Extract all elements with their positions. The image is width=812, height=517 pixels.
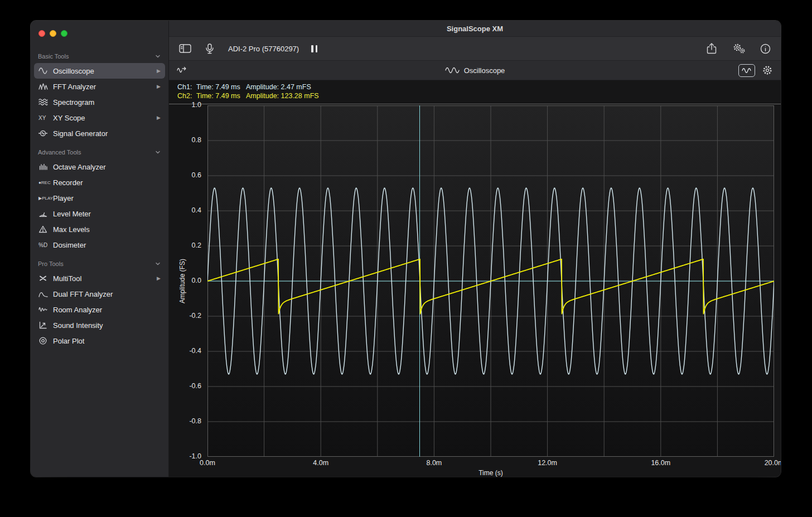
main-area: SignalScope XM ADI-2 Pro (57760297) xyxy=(169,21,781,477)
fft-icon xyxy=(38,82,53,91)
chevron-down-icon[interactable] xyxy=(154,260,162,268)
level-meter-icon xyxy=(38,209,53,218)
plot-wrap: Amplitude (FS) 1.00.80.60.40.20.0-0.2-0.… xyxy=(169,102,781,477)
chart-pane: Ch1: Time: 7.49 ms Amplitude: 2.47 mFS C… xyxy=(169,80,781,477)
section-label: Advanced Tools xyxy=(38,149,81,156)
y-tick-label: -0.4 xyxy=(169,347,201,355)
ch1-label: Ch1: xyxy=(177,83,196,91)
sidebar-item-label: Signal Generator xyxy=(53,129,161,138)
section-label: Basic Tools xyxy=(38,53,69,60)
sidebar-item-level-meter[interactable]: Level Meter xyxy=(34,206,165,221)
sidebar-item-sound-intensity[interactable]: Sound Intensity xyxy=(34,317,165,333)
sidebar-item-label: Oscilloscope xyxy=(53,67,153,75)
play-icon: ▶PLAY xyxy=(38,196,53,201)
x-tick-label: 16.0m xyxy=(651,459,670,467)
y-tick-label: 0.2 xyxy=(169,241,201,249)
dosimeter-icon: %D xyxy=(38,242,53,248)
y-tick-label: -0.6 xyxy=(169,382,201,390)
settings-gears-icon[interactable] xyxy=(732,43,746,54)
sidebar-item-label: FFT Analyzer xyxy=(53,83,153,91)
gear-icon[interactable] xyxy=(762,65,773,76)
y-tick-label: -0.8 xyxy=(169,417,201,425)
titlebar[interactable]: SignalScope XM xyxy=(169,21,781,37)
oscilloscope-plot[interactable] xyxy=(207,105,774,457)
sidebar-item-fft-analyzer[interactable]: FFT Analyzer▶ xyxy=(34,79,165,94)
y-tick-label: 0.0 xyxy=(169,277,201,284)
ch2-amplitude: Amplitude: 123.28 mFS xyxy=(246,91,319,100)
y-tick-label: 0.6 xyxy=(169,171,201,179)
sidebar-item-max-levels[interactable]: Max Levels xyxy=(34,221,165,237)
sidebar-item-spectrogram[interactable]: Spectrogram xyxy=(34,94,165,110)
disclosure-arrow-icon[interactable]: ▶ xyxy=(157,276,161,281)
scope-header-bar: Oscilloscope xyxy=(169,61,781,80)
warning-triangle-icon xyxy=(38,225,53,234)
waveform-display-button[interactable] xyxy=(738,64,755,77)
sidebar-item-label: Octave Analyzer xyxy=(53,163,161,171)
sidebar-item-octave-analyzer[interactable]: Octave Analyzer xyxy=(34,159,165,175)
app-window: Basic ToolsOscilloscope▶FFT Analyzer▶Spe… xyxy=(31,21,781,477)
ch1-readout: Ch1: Time: 7.49 ms Amplitude: 2.47 mFS xyxy=(177,83,781,91)
toolbar: ADI-2 Pro (57760297) xyxy=(169,37,781,61)
sine-icon xyxy=(38,66,53,75)
x-axis-ticks: 0.0m4.0m8.0m12.0m16.0m20.0m xyxy=(207,459,774,468)
sidebar-toggle-icon[interactable] xyxy=(179,44,191,54)
x-tick-label: 12.0m xyxy=(538,459,557,467)
room-analyzer-icon xyxy=(38,305,53,314)
sine-icon xyxy=(742,67,752,74)
spectrogram-icon xyxy=(38,98,53,107)
signal-generator-icon xyxy=(38,129,53,138)
zoom-window-button[interactable] xyxy=(61,30,67,37)
scope-title-group: Oscilloscope xyxy=(169,61,781,80)
sidebar-section-header-basic-tools[interactable]: Basic Tools xyxy=(31,50,168,63)
dual-fft-icon xyxy=(38,289,53,298)
sidebar-item-label: XY Scope xyxy=(53,114,153,122)
disclosure-arrow-icon[interactable]: ▶ xyxy=(157,68,161,74)
sidebar-item-label: Level Meter xyxy=(53,210,161,218)
x-tick-label: 4.0m xyxy=(313,459,328,467)
sidebar-item-oscilloscope[interactable]: Oscilloscope▶ xyxy=(34,63,165,79)
chevron-down-icon[interactable] xyxy=(154,148,162,156)
disclosure-arrow-icon[interactable]: ▶ xyxy=(157,84,161,89)
sidebar-item-xy-scope[interactable]: XYXY Scope▶ xyxy=(34,110,165,125)
device-selector[interactable]: ADI-2 Pro (57760297) xyxy=(228,45,299,53)
sine-icon xyxy=(445,66,460,74)
sidebar-sections: Basic ToolsOscilloscope▶FFT Analyzer▶Spe… xyxy=(31,42,168,349)
sidebar-item-label: Spectrogram xyxy=(53,98,161,107)
x-tick-label: 20.0m xyxy=(765,459,781,467)
section-label: Pro Tools xyxy=(38,260,64,267)
x-tick-label: 0.0m xyxy=(200,459,215,467)
share-icon[interactable] xyxy=(705,43,718,54)
x-tick-label: 8.0m xyxy=(426,459,442,467)
xy-icon: XY xyxy=(38,115,53,121)
multitool-icon xyxy=(38,274,53,283)
sidebar-section-header-pro-tools[interactable]: Pro Tools xyxy=(31,257,168,270)
sidebar-item-room-analyzer[interactable]: Room Analyzer xyxy=(34,302,165,317)
sidebar: Basic ToolsOscilloscope▶FFT Analyzer▶Spe… xyxy=(31,21,169,477)
close-window-button[interactable] xyxy=(38,30,45,37)
sidebar-item-label: Dual FFT Analyzer xyxy=(53,290,161,298)
ch2-time: Time: 7.49 ms xyxy=(196,91,246,100)
octave-bars-icon xyxy=(38,162,53,171)
info-icon[interactable] xyxy=(760,44,771,54)
sidebar-item-player[interactable]: ▶PLAYPlayer xyxy=(34,190,165,206)
y-tick-label: -0.2 xyxy=(169,312,201,320)
screen: Basic ToolsOscilloscope▶FFT Analyzer▶Spe… xyxy=(0,0,812,517)
pause-button[interactable] xyxy=(311,45,317,52)
disclosure-arrow-icon[interactable]: ▶ xyxy=(157,115,161,120)
sound-intensity-icon xyxy=(38,321,53,330)
sidebar-item-recorder[interactable]: ●RECRecorder xyxy=(34,175,165,190)
sidebar-item-signal-generator[interactable]: Signal Generator xyxy=(34,125,165,141)
chevron-down-icon[interactable] xyxy=(154,52,162,60)
minimize-window-button[interactable] xyxy=(50,30,56,37)
y-tick-label: -1.0 xyxy=(169,452,201,460)
sidebar-item-polar-plot[interactable]: Polar Plot xyxy=(34,333,165,349)
window-controls xyxy=(31,21,168,42)
record-icon: ●REC xyxy=(38,180,53,185)
sidebar-item-dosimeter[interactable]: %DDosimeter xyxy=(34,237,165,253)
input-signal-icon[interactable] xyxy=(177,66,188,75)
sidebar-item-multitool[interactable]: MultiTool▶ xyxy=(34,270,165,286)
sidebar-section-header-advanced-tools[interactable]: Advanced Tools xyxy=(31,146,168,159)
sidebar-item-label: Max Levels xyxy=(53,225,161,234)
sidebar-item-dual-fft-analyzer[interactable]: Dual FFT Analyzer xyxy=(34,286,165,302)
microphone-icon[interactable] xyxy=(204,44,216,54)
